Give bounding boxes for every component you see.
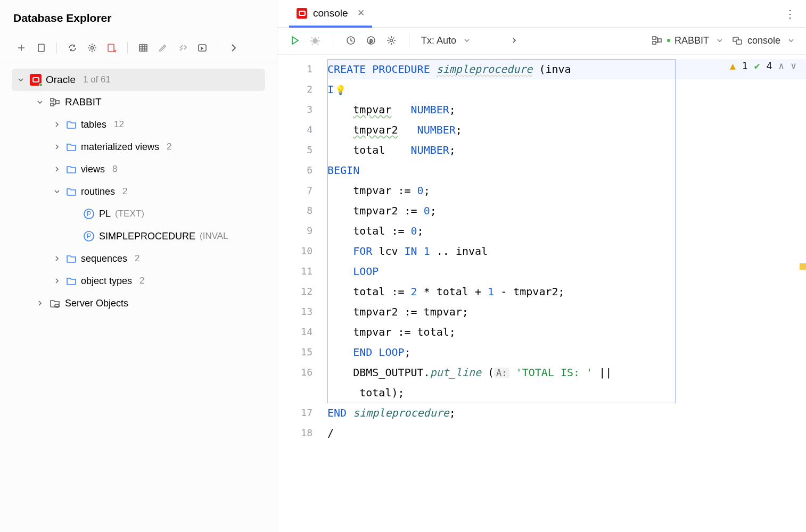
grid-icon[interactable]	[137, 41, 150, 54]
tab-label: console	[313, 7, 348, 19]
tx-label: Tx: Auto	[421, 35, 456, 46]
history-icon[interactable]	[345, 35, 357, 46]
code-line: tmpvar2 := 0;	[327, 201, 806, 221]
editor-toolbar: p Tx: Auto RABBIT console	[277, 28, 806, 55]
oracle-icon	[297, 8, 307, 19]
tab-console[interactable]: console ✕	[289, 1, 372, 28]
editor-area: console ✕ ⋮ p Tx: Auto RABBIT console	[277, 0, 806, 532]
chevron-right-icon[interactable]	[52, 143, 62, 151]
tab-bar: console ✕ ⋮	[277, 0, 806, 28]
routine-label: SIMPLEPROCEDURE	[99, 231, 195, 242]
folder-label: materialized views	[81, 142, 159, 153]
run-icon[interactable]	[289, 35, 301, 46]
folder-tables[interactable]: tables 12	[12, 113, 265, 136]
folder-icon	[66, 254, 77, 263]
inspection-widget[interactable]: ▲1 ✔4 ∧ ∨	[730, 60, 796, 71]
deactivate-icon[interactable]	[105, 41, 118, 54]
svg-point-12	[55, 304, 59, 306]
error-stripe-marker[interactable]	[800, 263, 806, 270]
tx-mode-dropdown[interactable]: Tx: Auto	[421, 35, 470, 46]
status-dot	[667, 39, 670, 42]
code-line: FOR lcv IN 1 .. inval	[327, 241, 806, 261]
chevron-right-icon[interactable]	[35, 300, 45, 307]
procedure-icon: P	[83, 208, 95, 220]
svg-rect-0	[38, 44, 44, 52]
separator	[333, 34, 333, 47]
next-highlight-icon[interactable]: ∨	[791, 60, 796, 71]
folder-label: routines	[81, 186, 115, 197]
prev-highlight-icon[interactable]: ∧	[778, 60, 784, 71]
chevron-right-icon[interactable]	[227, 41, 240, 54]
schema-node-rabbit[interactable]: RABBIT	[12, 91, 265, 113]
checkmark-icon: ✔	[754, 60, 760, 71]
schema-selector[interactable]: RABBIT	[651, 35, 723, 46]
copy-ddl-icon[interactable]	[35, 41, 47, 54]
chevron-right-icon[interactable]	[52, 165, 62, 173]
chevron-right-icon[interactable]	[52, 277, 62, 285]
ok-count: 4	[766, 60, 772, 71]
inlay-hint: A:	[494, 368, 509, 378]
chevron-right-icon[interactable]	[508, 35, 520, 46]
chevron-down-icon[interactable]	[52, 188, 62, 195]
folder-routines[interactable]: routines 2	[12, 180, 265, 203]
code-line: total NUMBER;	[327, 140, 806, 160]
folder-label: tables	[81, 119, 106, 130]
edit-icon[interactable]	[157, 41, 169, 54]
chevron-down-icon[interactable]	[16, 76, 26, 84]
server-objects-node[interactable]: Server Objects	[12, 292, 265, 314]
folder-count: 2	[122, 186, 127, 197]
code-line: /	[327, 423, 806, 443]
more-icon[interactable]: ⋮	[779, 4, 801, 23]
warning-icon: ▲	[730, 60, 736, 71]
folder-icon	[66, 276, 77, 286]
chevron-down-icon	[464, 35, 470, 46]
play-console-icon[interactable]	[196, 41, 209, 54]
routine-label: PL	[99, 209, 111, 220]
close-icon[interactable]: ✕	[357, 7, 365, 19]
code-line: LOOP	[327, 261, 806, 281]
routine-pl[interactable]: P PL (TEXT)	[12, 203, 265, 225]
svg-point-17	[390, 39, 393, 42]
folder-materialized-views[interactable]: materialized views 2	[12, 136, 265, 158]
separator	[218, 42, 218, 54]
warning-count: 1	[742, 60, 748, 71]
code-line: END simpleprocedure;	[327, 403, 806, 423]
svg-rect-3	[139, 45, 147, 51]
folder-views[interactable]: views 8	[12, 158, 265, 180]
svg-rect-2	[108, 44, 114, 52]
chevron-down-icon	[717, 35, 723, 46]
add-icon[interactable]	[15, 41, 28, 54]
code-content[interactable]: ▲1 ✔4 ∧ ∨ CREATE PROCEDURE simpleprocedu…	[327, 55, 806, 532]
server-objects-label: Server Objects	[65, 298, 128, 309]
separator	[56, 42, 57, 54]
refresh-icon[interactable]	[66, 41, 79, 54]
debug-icon[interactable]	[309, 35, 321, 46]
folder-object-types[interactable]: object types 2	[12, 270, 265, 292]
code-line: tmpvar2 NUMBER;	[327, 120, 806, 140]
separator	[127, 42, 128, 54]
session-label: console	[747, 35, 780, 46]
folder-label: views	[81, 164, 105, 175]
chevron-right-icon[interactable]	[52, 255, 62, 262]
database-tree: Oracle 1 of 61 RABBIT tables 12 material…	[0, 63, 277, 320]
session-selector[interactable]: console	[731, 35, 794, 46]
oracle-icon	[30, 74, 42, 86]
code-editor[interactable]: 123456789101112131415161718 ▲1 ✔4 ∧ ∨ CR…	[277, 55, 806, 532]
chevron-right-icon[interactable]	[52, 121, 62, 128]
settings-icon[interactable]	[385, 35, 397, 46]
folder-icon	[66, 187, 77, 196]
jump-icon[interactable]	[176, 41, 189, 54]
procedure-icon[interactable]: p	[365, 35, 377, 46]
code-line: tmpvar := 0;	[327, 180, 806, 201]
svg-rect-5	[51, 98, 54, 101]
sidebar-toolbar	[0, 35, 277, 63]
chevron-down-icon[interactable]	[35, 98, 45, 106]
code-line: tmpvar NUMBER;	[327, 99, 806, 120]
intention-bulb-icon[interactable]: 💡	[335, 80, 346, 100]
chevron-down-icon	[788, 35, 794, 46]
settings-icon[interactable]	[86, 41, 98, 54]
datasource-label: Oracle	[46, 74, 76, 86]
datasource-node-oracle[interactable]: Oracle 1 of 61	[12, 69, 265, 91]
folder-sequences[interactable]: sequences 2	[12, 247, 265, 270]
routine-simpleprocedure[interactable]: P SIMPLEPROCEDURE (INVAL	[12, 225, 265, 247]
